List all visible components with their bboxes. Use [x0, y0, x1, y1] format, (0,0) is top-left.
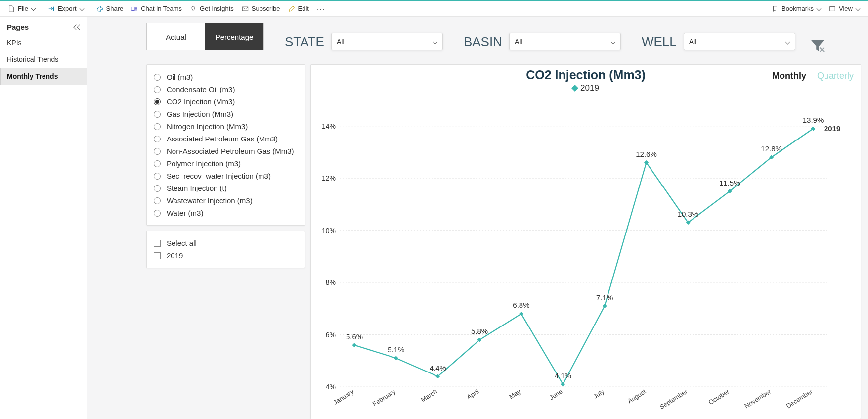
svg-rect-2: [242, 7, 248, 11]
view-menu[interactable]: View: [825, 1, 864, 17]
svg-text:11.5%: 11.5%: [719, 179, 740, 187]
page-item[interactable]: Historical Trends: [0, 51, 87, 68]
well-filter-label: WELL: [642, 34, 677, 49]
select-all-checkbox[interactable]: Select all: [154, 237, 298, 249]
svg-text:5.1%: 5.1%: [388, 345, 404, 354]
metric-label: Condensate Oil (m3): [167, 85, 235, 93]
svg-text:4.1%: 4.1%: [555, 372, 571, 380]
year-label: 2019: [167, 251, 183, 260]
select-all-label: Select all: [167, 239, 197, 247]
svg-text:July: July: [592, 388, 606, 400]
svg-text:5.6%: 5.6%: [346, 332, 363, 341]
clear-filter-icon[interactable]: [810, 39, 825, 53]
svg-text:12.8%: 12.8%: [761, 144, 782, 153]
svg-text:May: May: [508, 388, 522, 401]
svg-text:12.6%: 12.6%: [636, 150, 657, 158]
metric-radio[interactable]: Gas Injection (Mm3): [154, 108, 298, 120]
page-item[interactable]: Monthly Trends: [0, 68, 87, 85]
edit-button[interactable]: Edit: [284, 1, 313, 17]
metric-label: Steam Injection (t): [167, 184, 227, 192]
subscribe-button[interactable]: Subscribe: [238, 1, 284, 17]
svg-text:February: February: [371, 388, 397, 408]
ellipsis-icon: ···: [317, 5, 326, 13]
svg-rect-3: [830, 6, 835, 11]
chevron-down-icon: [31, 6, 36, 11]
metric-radio[interactable]: Wastewater Injection (m3): [154, 194, 298, 207]
file-label: File: [18, 5, 28, 12]
share-button[interactable]: Share: [92, 1, 128, 17]
svg-text:4.4%: 4.4%: [430, 364, 446, 372]
svg-text:March: March: [420, 388, 439, 404]
svg-text:12%: 12%: [322, 174, 336, 182]
chart-title: CO2 Injection (Mm3): [526, 68, 646, 82]
svg-text:8%: 8%: [326, 279, 336, 286]
chat-label: Chat in Teams: [141, 5, 182, 12]
metric-radio[interactable]: Sec_recov_water Injection (m3): [154, 170, 298, 182]
get-insights-button[interactable]: Get insights: [186, 1, 238, 17]
page-item[interactable]: KPIs: [0, 34, 87, 51]
percentage-button[interactable]: Percentage: [205, 23, 263, 50]
svg-text:10%: 10%: [322, 227, 336, 234]
actual-button[interactable]: Actual: [147, 23, 205, 50]
svg-text:6%: 6%: [326, 331, 336, 339]
metric-label: Non-Associated Petroleum Gas (Mm3): [167, 147, 294, 155]
year-filter-card: Select all 2019: [146, 231, 305, 268]
well-filter-dropdown[interactable]: All: [684, 33, 795, 50]
svg-text:6.8%: 6.8%: [513, 301, 529, 309]
metric-radio[interactable]: Associated Petroleum Gas (Mm3): [154, 133, 298, 145]
more-button[interactable]: ···: [313, 1, 330, 17]
collapse-pages-icon[interactable]: [73, 24, 82, 31]
metric-radio[interactable]: Oil (m3): [154, 71, 298, 83]
state-filter-dropdown[interactable]: All: [331, 33, 443, 50]
year-checkbox[interactable]: 2019: [154, 249, 298, 262]
teams-icon: [131, 5, 138, 12]
pages-title: Pages: [7, 23, 29, 31]
radio-icon: [154, 136, 161, 142]
metric-label: Polymer Injection (m3): [167, 159, 241, 168]
chart-plot: 4%6%8%10%12%14%JanuaryFebruaryMarchApril…: [316, 93, 856, 417]
export-label: Export: [58, 5, 77, 12]
metric-radio[interactable]: Condensate Oil (m3): [154, 83, 298, 95]
legend-marker-icon: [571, 85, 578, 92]
svg-text:December: December: [785, 387, 814, 410]
separator: [42, 4, 42, 13]
metric-radio[interactable]: Steam Injection (t): [154, 182, 298, 194]
chevron-down-icon: [433, 40, 437, 44]
svg-text:November: November: [743, 387, 772, 410]
bookmarks-menu[interactable]: Bookmarks: [768, 1, 825, 17]
monthly-toggle[interactable]: Monthly: [772, 71, 806, 81]
metric-label: CO2 Injection (Mm3): [167, 97, 235, 106]
bulb-icon: [190, 5, 197, 12]
metric-label: Gas Injection (Mm3): [167, 110, 233, 118]
legend-text: 2019: [580, 83, 599, 93]
mail-icon: [242, 5, 249, 12]
svg-rect-0: [131, 7, 135, 10]
metric-radio[interactable]: Water (m3): [154, 207, 298, 219]
metric-radio[interactable]: Nitrogen Injection (Mm3): [154, 120, 298, 133]
export-icon: [48, 5, 55, 12]
edit-label: Edit: [298, 5, 309, 12]
state-filter-label: STATE: [285, 34, 324, 49]
radio-icon: [154, 111, 161, 118]
radio-icon: [154, 86, 161, 93]
separator: [90, 4, 90, 13]
export-menu[interactable]: Export: [44, 1, 88, 17]
legend: 2019: [316, 82, 856, 93]
metric-label: Oil (m3): [167, 73, 193, 81]
metric-radio[interactable]: Non-Associated Petroleum Gas (Mm3): [154, 145, 298, 157]
checkbox-icon: [154, 240, 161, 247]
metric-label: Associated Petroleum Gas (Mm3): [167, 135, 278, 143]
svg-text:October: October: [707, 387, 731, 406]
quarterly-toggle[interactable]: Quarterly: [817, 71, 854, 81]
metric-radio[interactable]: Polymer Injection (m3): [154, 157, 298, 170]
basin-filter-dropdown[interactable]: All: [509, 33, 621, 50]
metric-radio[interactable]: CO2 Injection (Mm3): [154, 95, 298, 108]
file-menu[interactable]: File: [4, 1, 40, 17]
checkbox-icon: [154, 252, 161, 259]
chevron-down-icon: [856, 6, 860, 11]
radio-icon: [154, 148, 161, 155]
svg-text:7.1%: 7.1%: [596, 293, 613, 302]
chat-teams-button[interactable]: Chat in Teams: [127, 1, 186, 17]
share-label: Share: [106, 5, 124, 12]
chevron-down-icon: [785, 40, 790, 44]
